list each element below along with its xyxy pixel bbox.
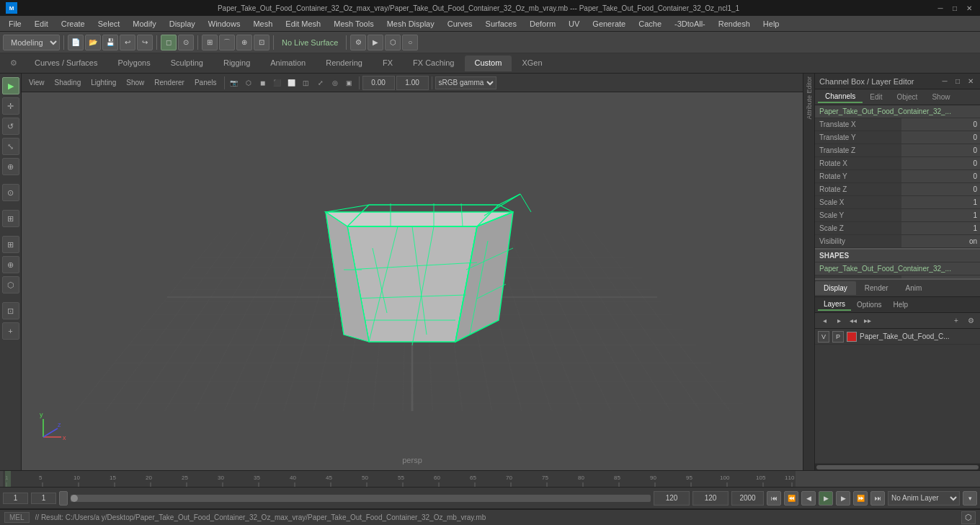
settings-layer-icon[interactable]: ⚙ [964,314,977,327]
open-scene-button[interactable]: 📂 [85,35,101,50]
tab-xgen[interactable]: XGen [512,56,552,71]
attr-val-rotate-z[interactable]: 0 [901,183,980,195]
color-space-dropdown[interactable]: sRGB gamma [435,76,496,89]
snap-curve-button[interactable]: ⌒ [219,35,235,50]
attr-val-translate-x[interactable]: 0 [901,118,980,131]
menu-3dto[interactable]: -3DtoAll- [669,18,711,30]
go-start-button[interactable]: ⏮ [767,491,781,506]
menu-display[interactable]: Display [164,18,201,30]
attr-val-scale-x[interactable]: 1 [901,196,980,208]
soft-select-button[interactable]: ⊙ [2,184,19,201]
menu-select[interactable]: Select [92,18,126,30]
layers-tab-layers[interactable]: Layers [818,299,851,311]
select-mode-button[interactable]: ▶ [2,77,19,94]
minimize-button[interactable]: ─ [935,3,945,13]
range-slider-thumb[interactable] [59,491,68,506]
panels-menu[interactable]: Panels [190,77,221,88]
rotate-tool-button[interactable]: ↺ [2,118,19,135]
menu-deform[interactable]: Deform [524,18,561,30]
script-editor-button[interactable]: ⬡ [961,511,976,524]
snap-grid-button[interactable]: ⊞ [202,35,218,50]
snap-point-button[interactable]: ⊕ [236,35,252,50]
menu-surfaces[interactable]: Surfaces [480,18,522,30]
shaded-icon[interactable]: ◼ [257,76,270,89]
play-forward-button[interactable]: ▶ [819,491,833,506]
menu-generate[interactable]: Generate [587,18,631,30]
end-range-field[interactable] [692,491,729,506]
camera-icon[interactable]: 📷 [228,76,241,89]
tab-custom[interactable]: Custom [465,56,512,71]
max-frame-field[interactable] [731,491,764,506]
snap-grid-left-button[interactable]: ⊞ [2,236,19,253]
start-frame-field[interactable] [3,493,28,504]
scale-tool-button[interactable]: ⤡ [2,138,19,155]
snap-view-button[interactable]: ⊡ [254,35,270,50]
menu-modify[interactable]: Modify [127,18,161,30]
anim-layer-settings[interactable]: ▾ [963,491,977,506]
smooth-icon[interactable]: ⬜ [285,76,298,89]
prev-frame-button[interactable]: ◀ [801,491,816,506]
tab-render[interactable]: Render [856,281,897,295]
menu-mesh-display[interactable]: Mesh Display [381,18,440,30]
cb-tab-show[interactable]: Show [925,92,957,102]
close-button[interactable]: ✕ [964,3,974,13]
menu-file[interactable]: File [3,18,27,30]
snap-surface-button[interactable]: ⬡ [2,276,19,294]
end-frame-field[interactable] [654,491,690,506]
redo-button[interactable]: ↪ [137,35,153,50]
tab-curves-surfaces[interactable]: Curves / Surfaces [24,56,107,71]
timeline-area[interactable]: 1 5 10 15 20 25 30 35 40 45 50 [0,470,980,488]
attr-val-translate-y[interactable]: 0 [901,131,980,144]
3d-viewport[interactable]: x y z persp [22,92,803,470]
ipr-button[interactable]: ⬡ [385,35,401,50]
attr-val-scale-y[interactable]: 1 [901,209,980,221]
layers-scroll-left[interactable]: ◂◂ [847,314,860,327]
display-toggle-button[interactable]: ○ [402,35,418,50]
tab-sculpting[interactable]: Sculpting [161,56,213,71]
menu-edit-mesh[interactable]: Edit Mesh [280,18,326,30]
next-key-button[interactable]: ⏩ [853,491,868,506]
maximize-button[interactable]: □ [950,3,960,13]
lighting-menu[interactable]: Lighting [86,77,120,88]
undo-button[interactable]: ↩ [120,35,135,50]
tab-fx[interactable]: FX [373,56,403,71]
tab-polygons[interactable]: Polygons [107,56,160,71]
wireframe-icon[interactable]: ⬡ [242,76,255,89]
mode-dropdown[interactable]: Modeling [3,35,60,50]
layer-playback-p[interactable]: P [832,331,844,343]
prev-layer-button[interactable]: ◂ [818,314,831,327]
layer-color-swatch[interactable] [847,332,857,342]
attr-val-scale-z[interactable]: 1 [901,222,980,234]
attr-val-rotate-y[interactable]: 0 [901,170,980,182]
layers-scroll-thumb[interactable] [816,465,979,469]
menu-mesh[interactable]: Mesh [247,18,278,30]
lasso-tool-button[interactable]: ⊙ [178,35,194,50]
viewport-value1[interactable] [362,76,395,90]
universal-tool-button[interactable]: ⊕ [2,158,19,175]
playback-slider[interactable] [71,495,651,502]
menu-cache[interactable]: Cache [633,18,667,30]
layer-visibility-v[interactable]: V [818,331,829,343]
cb-tab-channels[interactable]: Channels [818,91,863,103]
menu-rendesh[interactable]: Rendesh [713,18,756,30]
texture-icon[interactable]: ⬛ [271,76,284,89]
tab-fx-caching[interactable]: FX Caching [403,56,464,71]
menu-windows[interactable]: Windows [202,18,246,30]
render-button[interactable]: ▶ [368,35,383,50]
attr-val-translate-z[interactable]: 0 [901,144,980,156]
channel-box-close[interactable]: ✕ [966,76,976,87]
menu-edit[interactable]: Edit [29,18,54,30]
next-frame-button[interactable]: ▶ [836,491,850,506]
isolate-icon[interactable]: ◎ [329,76,342,89]
layers-tab-help[interactable]: Help [887,299,914,310]
viewport-value2[interactable] [396,76,429,90]
new-scene-button[interactable]: 📄 [68,35,84,50]
shading-menu[interactable]: Shading [50,77,86,88]
menu-curves[interactable]: Curves [442,18,478,30]
layers-scroll-right[interactable]: ▸▸ [861,314,874,327]
attr-val-visibility[interactable]: on [901,235,980,247]
tab-rendering[interactable]: Rendering [316,56,373,71]
attr-val-rotate-x[interactable]: 0 [901,157,980,169]
add-layer-icon[interactable]: + [950,314,963,327]
mel-label[interactable]: MEL [4,512,30,523]
